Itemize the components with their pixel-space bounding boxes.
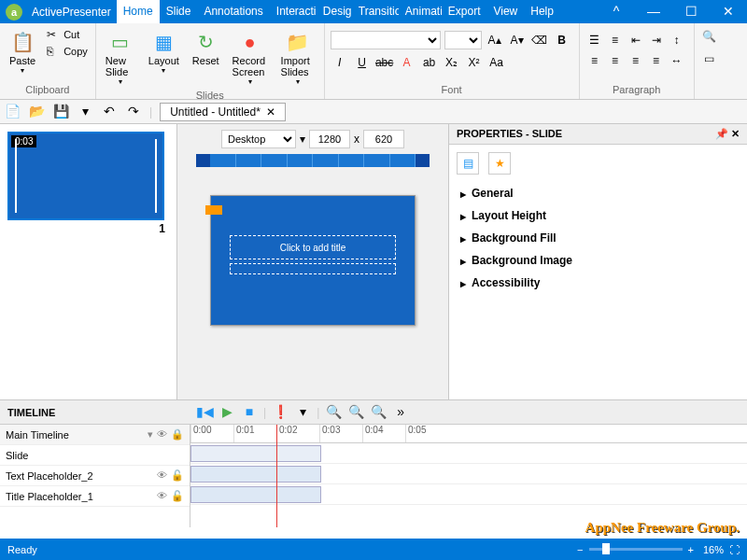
tab-export[interactable]: Export: [442, 0, 487, 23]
zoom-thumb[interactable]: [602, 543, 610, 554]
subscript-button[interactable]: X₂: [443, 53, 461, 72]
eye-icon[interactable]: 👁: [157, 490, 167, 502]
document-tab[interactable]: Untitled - Untitled* ✕: [160, 103, 286, 121]
tab-interactions[interactable]: Interactions: [270, 0, 317, 23]
eye-icon[interactable]: 👁: [157, 428, 167, 441]
tl-zoomfit-button[interactable]: 🔍: [325, 404, 342, 421]
close-tab-icon[interactable]: ✕: [266, 105, 275, 119]
eye-icon[interactable]: 👁: [157, 469, 167, 482]
italic-button[interactable]: I: [331, 53, 349, 72]
tab-design[interactable]: Design: [317, 0, 352, 23]
layout-button[interactable]: ▦Layout: [145, 27, 183, 77]
font-color-button[interactable]: A: [398, 53, 416, 72]
tab-help[interactable]: Help: [524, 0, 560, 23]
layer-title-placeholder[interactable]: Title Placeholder_1👁🔓: [0, 486, 190, 507]
decrease-font-button[interactable]: A▾: [508, 31, 527, 49]
text-direction-button[interactable]: ↔: [668, 51, 686, 70]
undo-button[interactable]: ↶: [101, 104, 118, 120]
tl-drop-icon[interactable]: ▾: [148, 428, 153, 441]
copy-button[interactable]: ⎘Copy: [45, 44, 90, 59]
slide-canvas[interactable]: Click to add title: [210, 195, 416, 326]
align-center-button[interactable]: ≡: [606, 51, 625, 70]
tl-record-button[interactable]: ❗: [272, 404, 289, 421]
strike-button[interactable]: abc: [375, 53, 394, 72]
props-background-image[interactable]: Background Image: [449, 249, 747, 272]
numbering-button[interactable]: ≡: [606, 31, 625, 49]
fit-button[interactable]: ⛶: [729, 544, 740, 555]
new-slide-button[interactable]: ▭New Slide: [102, 27, 139, 88]
decrease-indent-button[interactable]: ⇤: [627, 31, 645, 49]
highlight-button[interactable]: ab: [420, 53, 439, 72]
increase-indent-button[interactable]: ⇥: [647, 31, 666, 49]
ruler-left-handle[interactable]: [196, 154, 210, 167]
tab-annotations[interactable]: Annotations: [197, 0, 269, 23]
tl-zoomin-button[interactable]: 🔍: [370, 404, 387, 421]
clear-format-button[interactable]: ⌫: [530, 31, 549, 49]
superscript-button[interactable]: X²: [465, 53, 484, 72]
align-right-button[interactable]: ≡: [627, 51, 645, 70]
close-button[interactable]: ✕: [710, 0, 747, 23]
title-placeholder[interactable]: Click to add title: [230, 235, 396, 259]
qat-dropdown[interactable]: ▾: [77, 104, 93, 120]
panel-pin-icon[interactable]: 📌 ✕: [715, 128, 740, 140]
tl-prev-button[interactable]: ▮◀: [196, 404, 213, 421]
tab-slide[interactable]: Slide: [160, 0, 198, 23]
tab-view[interactable]: View: [486, 0, 524, 23]
align-left-button[interactable]: ≡: [585, 51, 604, 70]
tl-play-button[interactable]: ▶: [218, 404, 235, 421]
find-button[interactable]: 🔍: [700, 27, 719, 46]
import-slides-button[interactable]: 📁Import Slides: [277, 27, 318, 88]
zoom-out-button[interactable]: −: [577, 544, 583, 555]
font-family-select[interactable]: [331, 31, 441, 49]
responsive-ruler[interactable]: [196, 154, 430, 167]
timeline-tracks[interactable]: 0:00 0:01 0:02 0:03 0:04 0:05: [190, 425, 747, 527]
props-accessibility[interactable]: Accessibility: [449, 272, 747, 294]
device-select[interactable]: Desktop: [221, 130, 296, 148]
record-screen-button[interactable]: ●Record Screen: [229, 27, 272, 88]
justify-button[interactable]: ≡: [647, 51, 666, 70]
slide-thumb-1[interactable]: 0:03: [7, 132, 164, 220]
props-tab-star[interactable]: ★: [488, 152, 511, 175]
track-title[interactable]: [190, 486, 321, 503]
bold-button[interactable]: B: [553, 31, 571, 49]
width-input[interactable]: [309, 130, 350, 148]
playhead[interactable]: [276, 425, 277, 527]
tab-home[interactable]: Home: [117, 0, 160, 23]
lock-icon[interactable]: 🔒: [171, 428, 184, 441]
lock-icon[interactable]: 🔓: [171, 490, 184, 502]
select-button[interactable]: ▭: [700, 49, 719, 68]
track-text[interactable]: [190, 466, 321, 483]
maximize-button[interactable]: ☐: [672, 0, 710, 23]
zoom-slider[interactable]: [589, 548, 683, 551]
ruler-right-handle[interactable]: [416, 154, 430, 167]
collapse-ribbon-button[interactable]: ^: [598, 0, 635, 23]
props-background-fill[interactable]: Background Fill: [449, 227, 747, 249]
cut-button[interactable]: ✂Cut: [45, 27, 90, 42]
bullets-button[interactable]: ☰: [585, 31, 604, 49]
open-button[interactable]: 📂: [28, 104, 45, 120]
text-placeholder[interactable]: [230, 263, 396, 274]
props-layout-height[interactable]: Layout Height: [449, 204, 747, 227]
paste-button[interactable]: 📋 Paste: [6, 27, 39, 77]
zoom-in-button[interactable]: +: [688, 544, 694, 555]
case-button[interactable]: Aa: [487, 53, 506, 72]
minimize-button[interactable]: —: [635, 0, 672, 23]
track-slide[interactable]: [190, 445, 321, 462]
line-spacing-button[interactable]: ↕: [668, 31, 686, 49]
props-general[interactable]: General: [449, 182, 747, 204]
redo-button[interactable]: ↷: [125, 104, 142, 120]
height-input[interactable]: [363, 130, 404, 148]
main-timeline-row[interactable]: Main Timeline ▾👁🔒: [0, 425, 190, 445]
reset-button[interactable]: ↻Reset: [189, 27, 223, 68]
tl-stop-button[interactable]: ■: [241, 404, 258, 421]
device-drop-icon[interactable]: ▾: [300, 133, 305, 146]
props-tab-slide[interactable]: ▤: [457, 152, 479, 175]
tab-transitions[interactable]: Transitions: [352, 0, 399, 23]
tl-more-button[interactable]: »: [392, 404, 409, 421]
font-size-select[interactable]: [444, 31, 482, 49]
underline-button[interactable]: U: [353, 53, 372, 72]
tl-drop-button[interactable]: ▾: [294, 404, 311, 421]
layer-slide[interactable]: Slide: [0, 445, 190, 466]
layer-text-placeholder[interactable]: Text Placeholder_2👁🔓: [0, 466, 190, 486]
lock-icon[interactable]: 🔓: [171, 469, 184, 482]
